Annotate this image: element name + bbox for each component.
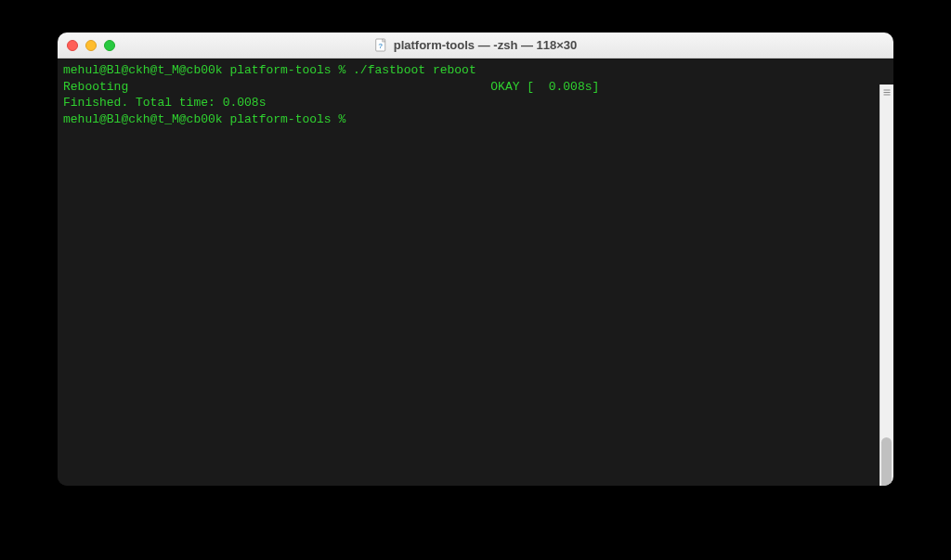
title-text: platform-tools — -zsh — 118×30	[394, 38, 578, 52]
window-title: ? platform-tools — -zsh — 118×30	[374, 38, 578, 53]
prompt-text: mehul@Bl@ckh@t_M@cb00k platform-tools %	[63, 63, 353, 77]
spacer	[128, 80, 490, 94]
terminal-window: ? platform-tools — -zsh — 118×30 mehul@B…	[58, 33, 893, 486]
terminal-line: Finished. Total time: 0.008s	[63, 95, 888, 111]
terminal-body[interactable]: mehul@Bl@ckh@t_M@cb00k platform-tools % …	[58, 59, 893, 486]
maximize-button[interactable]	[104, 40, 115, 51]
content-wrap: mehul@Bl@ckh@t_M@cb00k platform-tools % …	[58, 59, 893, 486]
terminal-line: Rebooting OKAY [ 0.008s]	[63, 79, 888, 96]
svg-text:?: ?	[378, 42, 383, 50]
close-button[interactable]	[67, 40, 78, 51]
terminal-line: mehul@Bl@ckh@t_M@cb00k platform-tools % …	[63, 62, 888, 79]
status-text: OKAY [ 0.008s]	[490, 80, 599, 94]
terminal-line: mehul@Bl@ckh@t_M@cb00k platform-tools %	[63, 111, 888, 128]
prompt-text: mehul@Bl@ckh@t_M@cb00k platform-tools %	[63, 112, 353, 126]
scrollbar-thumb[interactable]	[881, 437, 892, 486]
command-text: ./fastboot reboot	[353, 63, 476, 77]
scrollbar-menu-icon[interactable]	[883, 88, 892, 97]
traffic-lights	[67, 40, 115, 51]
folder-icon: ?	[374, 38, 389, 53]
scrollbar-track[interactable]	[879, 85, 893, 486]
output-text: Finished. Total time: 0.008s	[63, 96, 266, 110]
output-text: Rebooting	[63, 80, 128, 94]
minimize-button[interactable]	[85, 40, 97, 51]
titlebar[interactable]: ? platform-tools — -zsh — 118×30	[58, 33, 893, 59]
